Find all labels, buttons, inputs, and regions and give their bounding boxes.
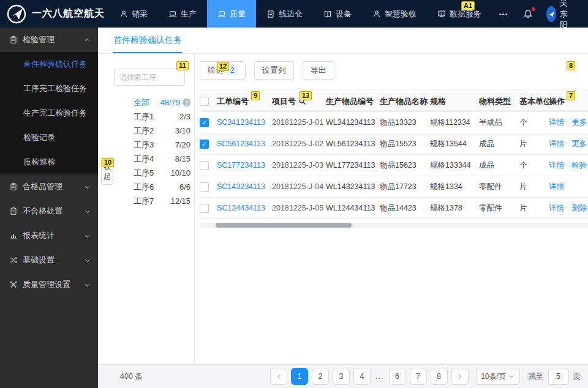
sidebar-group-inspection-management[interactable]: 检验管理 (0, 28, 98, 52)
unit: 片 (519, 139, 549, 149)
spec: 规格13544 (430, 139, 479, 149)
process-search-input[interactable] (114, 69, 185, 86)
top-navigation-bar: 一六八航空航天 销采 生产 质量 线边仓 设备 智慧验收 数据服务 (0, 0, 588, 28)
sidebar-group-quality-management-settings[interactable]: 质量管理设置 (0, 272, 98, 297)
process-item[interactable]: 工序12/3 (114, 110, 194, 124)
process-item[interactable]: 工序712/15 (114, 194, 194, 208)
sidebar-item-quality-patrol[interactable]: 质检巡检 (0, 150, 98, 174)
user-icon (372, 10, 381, 18)
row-checkbox[interactable] (200, 204, 209, 213)
detail-link[interactable]: 详情 (549, 161, 564, 170)
nav-label: 生产 (181, 9, 197, 20)
page-button[interactable]: 3 (333, 368, 350, 385)
header-material-type: 物料类型 (479, 96, 519, 107)
nav-item-equipment[interactable]: 设备 (313, 0, 362, 28)
row-checkbox[interactable] (200, 140, 209, 149)
nav-label: 线边仓 (279, 9, 303, 20)
page-button[interactable]: 8 (431, 368, 448, 385)
page-size-select[interactable]: 10条/页 (476, 368, 520, 385)
process-item-all[interactable]: 全部 48/79 ? (114, 95, 194, 110)
item-name: 物品13323 (380, 118, 430, 128)
page-button[interactable]: 1 (291, 368, 308, 385)
order-no-link[interactable]: SC124434113 (217, 204, 272, 212)
user-name: 吴东阳 (560, 0, 574, 31)
nav-item-sales[interactable]: 销采 (109, 0, 158, 28)
user-menu[interactable]: 吴东阳 (540, 0, 580, 31)
row-checkbox[interactable] (200, 182, 209, 192)
page-ellipsis[interactable]: ... (374, 372, 385, 381)
order-no-link[interactable]: SC341234113 (217, 118, 272, 127)
sidebar-item-inspection-records[interactable]: 检验记录 (0, 125, 98, 150)
item-name: 物品15523 (380, 139, 430, 149)
detail-link[interactable]: 详情 (549, 204, 564, 212)
nav-item-quality[interactable]: 质量 (207, 0, 256, 28)
project-no: 20181225-J-03 (272, 161, 326, 170)
more-link[interactable]: 更多 (571, 118, 587, 127)
select-all-checkbox[interactable] (200, 97, 209, 106)
sidebar-group-label: 合格品管理 (23, 181, 62, 192)
detail-link[interactable]: 详情 (549, 118, 564, 127)
sidebar-item-production-completion-inspection[interactable]: 生产完工检验任务 (0, 101, 98, 125)
order-no-link[interactable]: SC177234113 (217, 161, 272, 170)
row-checkbox[interactable] (200, 118, 209, 127)
process-item[interactable]: 工序48/15 (114, 152, 194, 166)
page-button[interactable]: 6 (389, 368, 406, 385)
page-button[interactable]: 7 (410, 368, 427, 385)
project-no: 20181225-J-01 (272, 118, 326, 127)
horizontal-scrollbar-thumb[interactable] (216, 223, 352, 228)
jump-to-page: 跳至 页 (529, 368, 581, 385)
spec: 规格1334 (430, 182, 479, 192)
process-list: 全部 48/79 ? 工序12/3 工序23/10 工序37/20 工序48/1… (114, 95, 194, 208)
detail-link[interactable]: 详情 (549, 140, 564, 148)
more-link[interactable]: 更多 (571, 140, 587, 148)
process-count: 10/10 (170, 168, 190, 177)
export-label: 导出 (311, 65, 326, 76)
order-no-link[interactable]: SC143234113 (217, 182, 272, 191)
sidebar-item-first-article-inspection[interactable]: 首件检验确认任务 (0, 52, 98, 76)
sidebar-submenu-inspection: 首件检验确认任务 工序完工检验任务 生产完工检验任务 检验记录 质检巡检 (0, 52, 98, 174)
sidebar-group-report-statistics[interactable]: 报表统计 (0, 223, 98, 248)
export-button[interactable]: 导出 (303, 61, 334, 80)
sidebar-group-nonconforming-disposal[interactable]: 不合格处置 (0, 199, 98, 223)
inspect-link[interactable]: 检验 (571, 161, 587, 170)
clipboard-icon (9, 35, 18, 44)
row-checkbox[interactable] (200, 161, 209, 170)
header-item-code: 生产物品编号 (326, 96, 380, 107)
item-name: 物品15623 (380, 160, 430, 171)
process-count: 2/3 (179, 112, 190, 121)
process-item[interactable]: 工序23/10 (114, 124, 194, 138)
header-item-name: 生产物品名称 (380, 96, 430, 107)
jump-page-input[interactable] (548, 368, 569, 385)
tab-first-article-inspection[interactable]: 首件检验确认任务 (113, 35, 182, 53)
sidebar-item-process-completion-inspection[interactable]: 工序完工检验任务 (0, 76, 98, 101)
prev-page-button[interactable] (270, 368, 287, 385)
order-no-link[interactable]: SC561234113 (217, 140, 272, 148)
header-unit: 基本单位 (519, 96, 549, 107)
annotation-marker-8: 8 (567, 61, 575, 70)
page-button[interactable]: 4 (353, 368, 371, 385)
bar-chart-icon (9, 231, 18, 240)
nav-item-line-warehouse[interactable]: 线边仓 (256, 0, 313, 28)
more-menu-button[interactable]: ••• (492, 10, 516, 18)
help-question-icon[interactable]: ? (183, 99, 190, 106)
process-item[interactable]: 工序66/6 (114, 180, 194, 194)
process-item[interactable]: 工序510/10 (114, 166, 194, 180)
detail-link[interactable]: 详情 (549, 182, 564, 191)
nav-label: 智慧验收 (385, 9, 417, 20)
unit: 个 (519, 118, 549, 128)
delete-link[interactable]: 删除 (571, 204, 587, 212)
nav-item-data-services[interactable]: 数据服务 (427, 0, 492, 28)
nav-item-smart-acceptance[interactable]: 智慧验收 (362, 0, 427, 28)
nav-item-production[interactable]: 生产 (158, 0, 207, 28)
notifications-bell-icon[interactable] (516, 9, 540, 19)
next-page-button[interactable] (451, 368, 469, 385)
column-settings-button[interactable]: 设置列 (254, 61, 294, 80)
page-button[interactable]: 2 (312, 368, 329, 385)
horizontal-scrollbar-track[interactable] (200, 223, 588, 228)
process-item[interactable]: 工序37/20 (114, 138, 194, 152)
logout-button[interactable]: 退出 (580, 3, 588, 25)
sidebar-group-qualified-products[interactable]: 合格品管理 (0, 174, 98, 199)
tools-icon (9, 280, 18, 289)
header-project-no: 项目号 (272, 96, 326, 107)
sidebar-group-basic-settings[interactable]: 基础设置 (0, 248, 98, 272)
